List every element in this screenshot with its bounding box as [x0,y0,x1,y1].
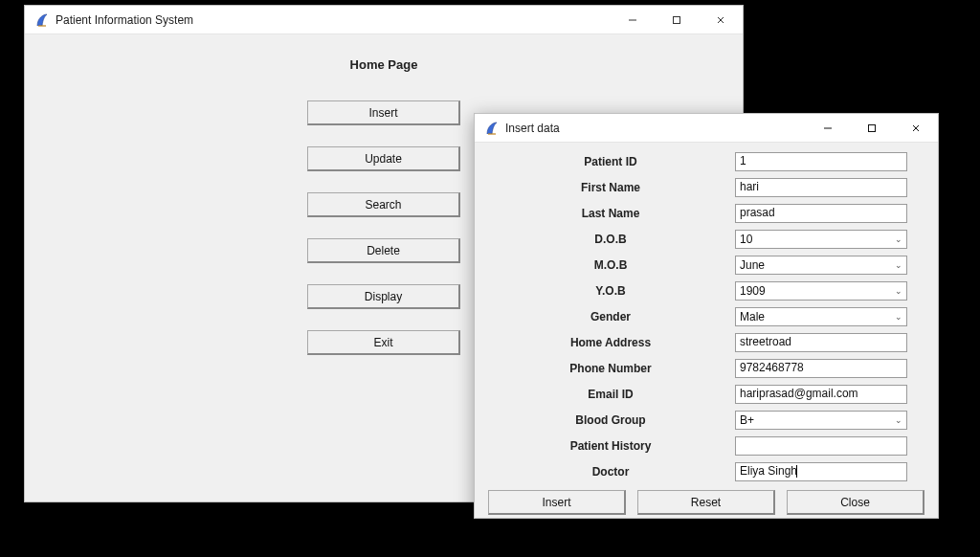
dialog-close-button2[interactable]: Close [787,490,924,515]
dialog-reset-button-label: Reset [691,496,721,509]
patient_history-control [735,436,926,456]
delete-button[interactable]: Delete [307,238,460,263]
patient_id-control: 1 [735,152,926,171]
dialog-app-icon [484,121,500,136]
display-button[interactable]: Display [307,284,460,309]
home_address-control: streetroad [735,333,926,352]
delete-button-label: Delete [367,244,400,257]
blood_group-value: B+ [740,413,889,427]
last_name-input[interactable]: prasad [735,204,907,223]
dob-label: D.O.B [486,233,735,246]
dialog-insert-button-label: Insert [542,496,570,509]
doctor-value: Eliya Singh [740,464,797,478]
mob-value: June [740,258,889,272]
main-close-button[interactable] [699,6,743,34]
last_name-label: Last Name [486,207,735,220]
dob-control: 10⌄ [735,230,926,249]
phone_number-control: 9782468778 [735,359,926,378]
dialog-body: Patient ID1First NamehariLast Nameprasad… [475,143,938,518]
app-icon [34,12,50,28]
gender-value: Male [740,310,889,323]
mob-control: June⌄ [735,256,926,275]
first_name-label: First Name [486,181,735,194]
dialog-title: Insert data [505,122,560,135]
display-button-label: Display [365,290,402,303]
gender-row: GenderMale⌄ [486,303,926,329]
mob-combobox[interactable]: June⌄ [735,256,907,275]
gender-label: Gender [486,310,735,323]
search-button[interactable]: Search [307,192,460,217]
main-maximize-button[interactable] [655,6,699,34]
email_id-value: hariprasad@gmail.com [740,387,858,400]
dialog-minimize-button[interactable] [806,114,850,143]
dialog-close-button-label: Close [840,496,870,509]
first_name-row: First Namehari [486,174,926,200]
svg-rect-1 [869,124,876,131]
last_name-row: Last Nameprasad [486,200,926,226]
dob-value: 10 [740,233,889,246]
blood_group-control: B+⌄ [735,411,926,430]
patient_history-row: Patient History [486,433,926,458]
patient_id-value: 1 [740,154,746,167]
doctor-row: DoctorEliya Singh [486,458,926,484]
chevron-down-icon: ⌄ [895,286,902,296]
insert-data-dialog: Insert data Patient ID1First NamehariLas… [474,113,939,519]
first_name-input[interactable]: hari [735,178,907,197]
phone_number-label: Phone Number [486,362,735,375]
main-minimize-button[interactable] [611,6,655,34]
exit-button[interactable]: Exit [307,330,460,355]
last_name-value: prasad [740,206,775,219]
chevron-down-icon: ⌄ [895,415,902,425]
yob-row: Y.O.B1909⌄ [486,278,926,303]
patient_id-label: Patient ID [486,155,735,168]
first_name-control: hari [735,178,926,197]
patient_id-row: Patient ID1 [486,148,926,174]
phone_number-input[interactable]: 9782468778 [735,359,907,378]
dialog-button-row: Insert Reset Close [486,484,926,517]
dialog-close-button[interactable] [894,114,938,143]
exit-button-label: Exit [373,336,392,349]
blood_group-label: Blood Group [486,413,735,427]
home_address-row: Home Addressstreetroad [486,329,926,355]
home_address-input[interactable]: streetroad [735,333,907,352]
doctor-label: Doctor [486,465,735,479]
email_id-label: Email ID [486,388,735,401]
last_name-control: prasad [735,204,926,223]
chevron-down-icon: ⌄ [895,260,902,270]
dob-combobox[interactable]: 10⌄ [735,230,907,249]
search-button-label: Search [365,198,401,212]
insert-button-label: Insert [368,106,397,120]
chevron-down-icon: ⌄ [895,312,902,322]
dialog-reset-button[interactable]: Reset [637,490,775,515]
yob-value: 1909 [740,284,889,298]
yob-label: Y.O.B [486,284,735,298]
home_address-value: streetroad [740,335,791,348]
phone_number-value: 9782468778 [740,361,804,374]
gender-combobox[interactable]: Male⌄ [735,307,907,326]
yob-control: 1909⌄ [735,281,926,301]
main-window-titlebar[interactable]: Patient Information System [25,6,743,34]
phone_number-row: Phone Number9782468778 [486,355,926,381]
patient_history-label: Patient History [486,439,735,453]
dialog-insert-button[interactable]: Insert [488,490,626,515]
dialog-maximize-button[interactable] [850,114,894,143]
update-button[interactable]: Update [307,146,460,171]
blood_group-combobox[interactable]: B+⌄ [735,411,907,430]
patient_id-input[interactable]: 1 [735,152,907,171]
text-caret-icon [796,465,797,478]
blood_group-row: Blood GroupB+⌄ [486,407,926,433]
main-window-title: Patient Information System [56,13,193,27]
patient_history-input[interactable] [735,436,907,456]
update-button-label: Update [365,152,402,166]
email_id-input[interactable]: hariprasad@gmail.com [735,385,907,404]
chevron-down-icon: ⌄ [895,234,902,244]
doctor-input[interactable]: Eliya Singh [735,462,907,481]
doctor-control: Eliya Singh [735,462,926,481]
dialog-titlebar[interactable]: Insert data [475,114,938,143]
yob-combobox[interactable]: 1909⌄ [735,281,907,301]
home_address-label: Home Address [486,336,735,349]
dob-row: D.O.B10⌄ [486,226,926,252]
svg-rect-0 [674,16,680,23]
insert-button[interactable]: Insert [307,100,460,125]
mob-row: M.O.BJune⌄ [486,252,926,278]
